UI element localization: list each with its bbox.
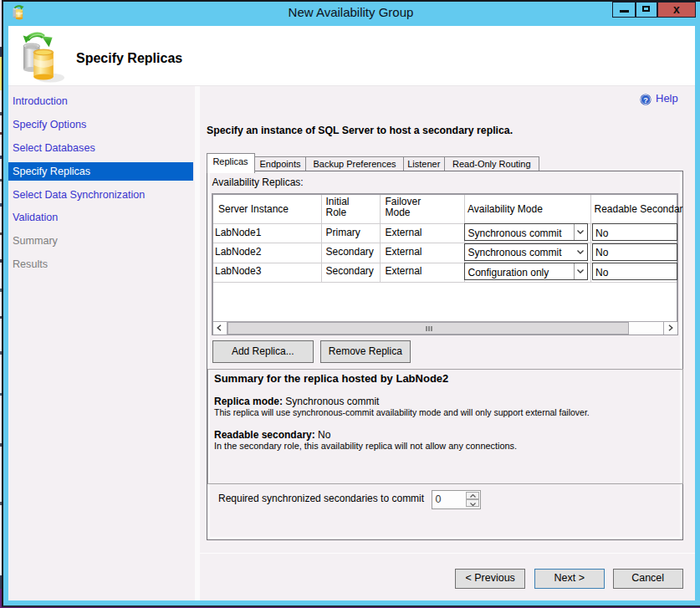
- svg-text:?: ?: [643, 95, 648, 104]
